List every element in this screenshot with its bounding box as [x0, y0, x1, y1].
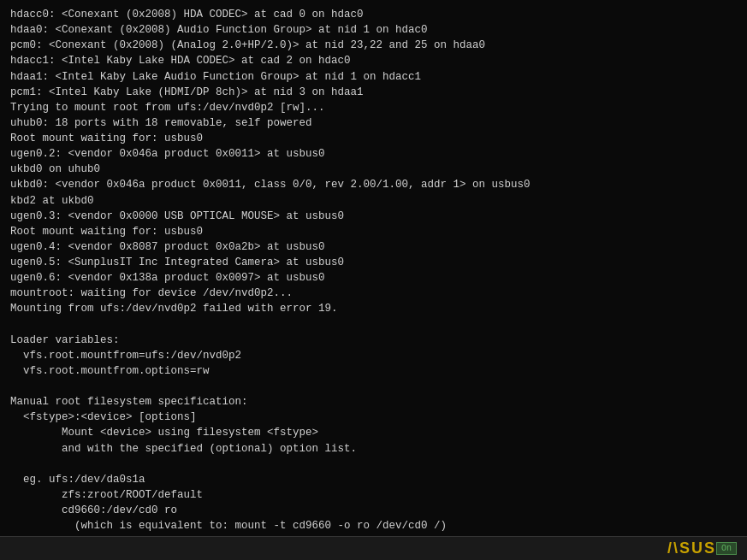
asus-logo: /\SUS	[667, 539, 716, 557]
screen: hdacc0: <Conexant (0x2008) HDA CODEC> at…	[0, 0, 747, 560]
status-info: On	[716, 542, 737, 555]
terminal-area: hdacc0: <Conexant (0x2008) HDA CODEC> at…	[0, 0, 747, 536]
on-badge: On	[716, 542, 737, 555]
bottom-bar: /\SUS On	[0, 536, 747, 560]
terminal-output: hdacc0: <Conexant (0x2008) HDA CODEC> at…	[10, 7, 737, 536]
